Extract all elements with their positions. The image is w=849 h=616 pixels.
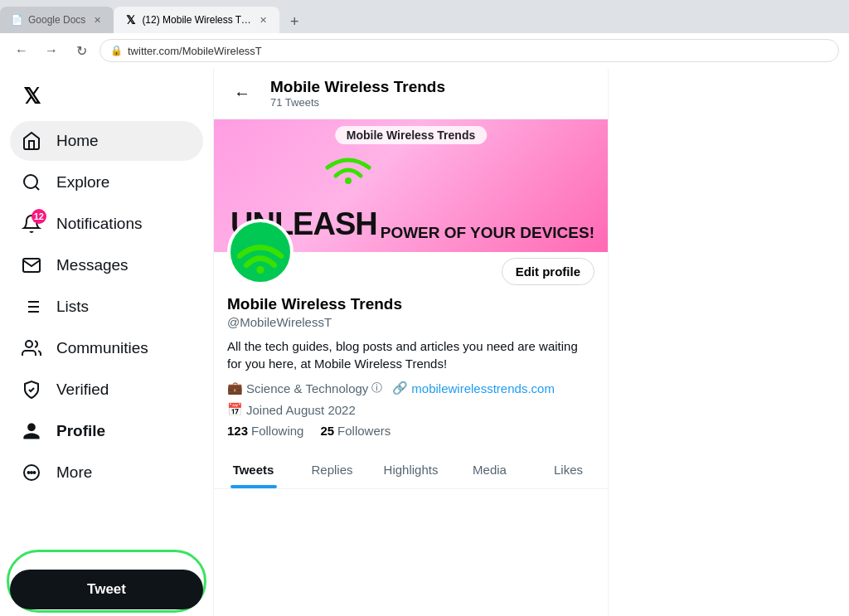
sidebar-item-explore-label: Explore	[56, 173, 109, 192]
sidebar-item-profile[interactable]: Profile	[10, 411, 203, 451]
link-icon: 🔗	[392, 381, 408, 395]
x-logo[interactable]: 𝕏	[10, 75, 53, 118]
following-stat[interactable]: 123 Following	[227, 424, 303, 438]
website-link[interactable]: mobilewirelesstrends.com	[411, 381, 555, 395]
tab-likes[interactable]: Likes	[529, 451, 608, 488]
profile-display-name: Mobile Wireless Trends	[227, 295, 594, 313]
svg-point-8	[26, 341, 32, 347]
lists-icon	[20, 295, 43, 318]
sidebar-item-messages-label: Messages	[56, 256, 129, 274]
back-button[interactable]: ←	[227, 79, 257, 109]
new-tab-button[interactable]: +	[283, 10, 306, 33]
followers-stat[interactable]: 25 Followers	[320, 424, 391, 438]
meta-joined: 📅 Joined August 2022	[227, 402, 356, 417]
lock-icon: 🔒	[110, 45, 123, 56]
tab-replies[interactable]: Replies	[293, 451, 371, 488]
profile-avatar	[227, 219, 294, 285]
svg-point-14	[256, 266, 264, 274]
twitter-close[interactable]: ✕	[256, 13, 269, 27]
svg-point-11	[31, 472, 32, 473]
followers-count: 25	[320, 424, 334, 438]
info-icon: ⓘ	[371, 381, 382, 395]
messages-icon	[20, 254, 43, 277]
sidebar: 𝕏 Home Explore 12 Notifications	[0, 68, 214, 616]
twitter-title: (12) Mobile Wireless Trends (@...	[142, 14, 251, 26]
profile-tabs: Tweets Replies Highlights Media Likes	[214, 451, 608, 489]
svg-line-1	[36, 187, 39, 190]
tab-google-docs[interactable]: 📄 Google Docs ✕	[0, 7, 114, 33]
address-bar: ← → ↻ 🔒 twitter.com/MobileWirelessT	[0, 33, 849, 68]
sidebar-item-messages[interactable]: Messages	[10, 245, 203, 285]
meta-category: 💼 Science & Technology ⓘ	[227, 381, 382, 395]
sidebar-item-home-label: Home	[56, 132, 99, 150]
google-docs-close[interactable]: ✕	[90, 13, 104, 27]
svg-point-12	[34, 472, 36, 473]
tweet-button-wrapper: Tweet	[10, 553, 203, 609]
profile-header-bar: ← Mobile Wireless Trends 71 Tweets	[214, 68, 608, 119]
page: 𝕏 Home Explore 12 Notifications	[0, 68, 849, 616]
profile-bio: All the tech guides, blog posts and arti…	[227, 337, 594, 372]
following-label: Following	[251, 424, 303, 438]
sidebar-item-notifications-label: Notifications	[56, 215, 143, 233]
following-count: 123	[227, 424, 248, 438]
banner-brand-label: Mobile Wireless Trends	[335, 126, 487, 144]
sidebar-item-home[interactable]: Home	[10, 121, 203, 161]
sidebar-item-verified[interactable]: Verified	[10, 370, 203, 410]
profile-icon	[20, 420, 43, 443]
url-text: twitter.com/MobileWirelessT	[128, 45, 262, 57]
notification-badge: 12	[32, 209, 46, 224]
svg-point-0	[24, 175, 37, 188]
tab-twitter[interactable]: 𝕏 (12) Mobile Wireless Trends (@... ✕	[114, 7, 279, 33]
tab-highlights[interactable]: Highlights	[371, 451, 450, 488]
explore-icon	[20, 171, 43, 194]
sidebar-item-communities[interactable]: Communities	[10, 328, 203, 368]
tab-tweets[interactable]: Tweets	[214, 451, 293, 488]
sidebar-item-more[interactable]: More	[10, 453, 203, 492]
verified-icon	[20, 378, 43, 401]
profile-handle: @MobileWirelessT	[227, 315, 594, 329]
edit-profile-button[interactable]: Edit profile	[502, 258, 594, 285]
tab-bar: 📄 Google Docs ✕ 𝕏 (12) Mobile Wireless T…	[0, 0, 849, 33]
google-docs-title: Google Docs	[28, 14, 85, 26]
google-docs-favicon: 📄	[10, 13, 23, 27]
briefcase-icon: 💼	[227, 381, 243, 395]
sidebar-item-notifications[interactable]: 12 Notifications	[10, 204, 203, 244]
followers-label: Followers	[337, 424, 391, 438]
more-icon	[20, 461, 43, 484]
profile-header-tweets: 71 Tweets	[270, 96, 445, 109]
banner-wifi-icon	[323, 144, 373, 186]
svg-point-10	[28, 472, 30, 473]
sidebar-item-lists-label: Lists	[56, 298, 89, 316]
right-sidebar	[609, 68, 849, 616]
tab-media[interactable]: Media	[450, 451, 529, 488]
calendar-icon: 📅	[227, 402, 243, 417]
sidebar-item-profile-label: Profile	[56, 422, 105, 440]
profile-header-name: Mobile Wireless Trends	[270, 78, 445, 96]
url-bar[interactable]: 🔒 twitter.com/MobileWirelessT	[99, 39, 839, 62]
svg-point-13	[345, 177, 352, 184]
tweet-button[interactable]: Tweet	[10, 570, 203, 609]
sidebar-item-explore[interactable]: Explore	[10, 162, 203, 202]
profile-body: Edit profile Mobile Wireless Trends @Mob…	[214, 219, 608, 438]
main-content: ← Mobile Wireless Trends 71 Tweets Mobil…	[214, 68, 609, 616]
meta-link[interactable]: 🔗 mobilewirelesstrends.com	[392, 381, 555, 395]
profile-meta: 💼 Science & Technology ⓘ 🔗 mobilewireles…	[227, 381, 594, 395]
bell-icon: 12	[20, 212, 43, 235]
twitter-favicon: 𝕏	[124, 13, 137, 27]
avatar-section: Edit profile	[227, 219, 594, 285]
sidebar-item-communities-label: Communities	[56, 339, 148, 357]
sidebar-item-lists[interactable]: Lists	[10, 287, 203, 327]
back-button[interactable]: ←	[10, 39, 33, 62]
browser-chrome: 📄 Google Docs ✕ 𝕏 (12) Mobile Wireless T…	[0, 0, 849, 68]
sidebar-item-verified-label: Verified	[56, 381, 109, 399]
forward-button[interactable]: →	[40, 39, 63, 62]
sidebar-item-more-label: More	[56, 463, 92, 482]
refresh-button[interactable]: ↻	[70, 39, 93, 62]
home-icon	[20, 129, 43, 153]
profile-header-info: Mobile Wireless Trends 71 Tweets	[270, 78, 445, 109]
communities-icon	[20, 337, 43, 360]
stats-row: 123 Following 25 Followers	[227, 424, 594, 438]
profile-meta-2: 📅 Joined August 2022	[227, 402, 594, 417]
